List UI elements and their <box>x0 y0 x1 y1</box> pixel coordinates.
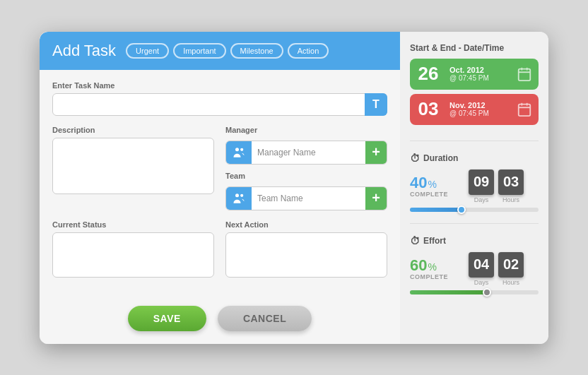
duration-hours-label: Hours <box>502 196 519 203</box>
end-date-info: Nov. 2012 @ 07:45 PM <box>447 101 510 117</box>
duration-percent-sign: % <box>428 179 436 190</box>
effort-progress-track[interactable] <box>410 290 539 294</box>
manager-add-button[interactable]: + <box>365 141 387 165</box>
tag-action[interactable]: Action <box>288 43 329 59</box>
start-month-year: Oct. 2012 <box>449 66 507 74</box>
dialog-header: Add Task Urgent Important Milestone Acti… <box>40 32 400 70</box>
current-status-textarea[interactable] <box>52 232 214 278</box>
duration-percent-block: 40 % COMPLETE <box>410 175 448 198</box>
effort-percent-value: 60 <box>410 258 427 273</box>
task-name-label: Enter Task Name <box>52 81 387 90</box>
team-select-row: Team Team Name + <box>225 172 387 210</box>
current-status-col: Current Status <box>52 220 214 278</box>
status-action-row: Current Status Next Action <box>52 220 387 278</box>
end-date-card[interactable]: 03 Nov. 2012 @ 07:45 PM <box>410 94 539 125</box>
dialog-title: Add Task <box>52 42 116 60</box>
description-textarea[interactable] <box>52 138 214 194</box>
date-section-title: Start & End - Date/Time <box>410 43 539 53</box>
description-column: Description <box>52 126 214 210</box>
tag-milestone[interactable]: Milestone <box>230 43 283 59</box>
tag-urgent[interactable]: Urgent <box>126 43 169 59</box>
duration-flip-digits: 09 Days 03 Hours <box>454 169 539 203</box>
right-panel: Start & End - Date/Time 26 Oct. 2012 @ 0… <box>400 32 548 344</box>
svg-point-0 <box>235 148 239 151</box>
add-task-dialog: Add Task Urgent Important Milestone Acti… <box>40 32 548 344</box>
duration-percent-value: 40 <box>410 175 427 191</box>
effort-flip-digits: 04 Days 02 Hours <box>454 252 539 286</box>
duration-title-text: Duration <box>423 153 458 163</box>
duration-progress-fill <box>410 208 461 212</box>
next-action-col: Next Action <box>225 220 387 278</box>
duration-days-label: Days <box>474 196 489 203</box>
effort-days-group: 04 Days <box>469 252 494 286</box>
duration-hours-display: 03 <box>498 169 524 195</box>
duration-inner: 40 % COMPLETE 09 Days 03 Hours <box>410 169 539 203</box>
effort-section: ⏱ Effort 60 % COMPLETE 04 Days <box>410 235 539 294</box>
duration-days-display: 09 <box>469 169 494 195</box>
task-name-input[interactable] <box>52 93 387 116</box>
effort-hours-group: 02 Hours <box>498 252 524 286</box>
end-time: @ 07:45 PM <box>449 109 507 117</box>
duration-progress-thumb <box>457 206 466 214</box>
description-label: Description <box>52 126 214 134</box>
effort-percent-sign: % <box>428 261 436 273</box>
desc-manager-row: Description Manager <box>52 126 387 210</box>
start-date-info: Oct. 2012 @ 07:45 PM <box>447 66 510 82</box>
start-time: @ 07:45 PM <box>449 74 507 82</box>
effort-clock-icon: ⏱ <box>410 235 420 246</box>
effort-days-display: 04 <box>469 252 494 278</box>
text-format-icon: T <box>365 93 387 116</box>
effort-hours-display: 02 <box>498 252 524 278</box>
left-panel: Add Task Urgent Important Milestone Acti… <box>40 32 400 344</box>
next-action-label: Next Action <box>225 220 387 229</box>
tag-buttons: Urgent Important Milestone Action <box>126 43 329 59</box>
effort-inner: 60 % COMPLETE 04 Days 02 Hours <box>410 252 539 286</box>
divider-1 <box>410 141 539 141</box>
end-calendar-icon <box>510 94 539 125</box>
manager-icon <box>226 141 252 165</box>
footer-buttons: SAVE CANCEL <box>40 300 400 344</box>
effort-percent-block: 60 % COMPLETE <box>410 258 448 280</box>
svg-rect-4 <box>519 69 531 81</box>
duration-days-group: 09 Days <box>469 169 494 203</box>
manager-select-row: Manager Manager Name <box>225 126 387 165</box>
duration-section: ⏱ Duration 40 % COMPLETE 09 Days <box>410 153 539 212</box>
start-date-card[interactable]: 26 Oct. 2012 @ 07:45 PM <box>410 59 539 90</box>
team-select-box[interactable]: Team Name + <box>225 186 387 210</box>
duration-complete-label: COMPLETE <box>410 191 448 198</box>
manager-team-column: Manager Manager Name <box>225 126 387 210</box>
svg-rect-8 <box>519 104 531 116</box>
manager-label: Manager <box>225 126 387 134</box>
start-day: 26 <box>410 63 447 85</box>
form-body: Enter Task Name T Description Manager <box>40 70 400 300</box>
start-calendar-icon <box>510 59 539 90</box>
divider-2 <box>410 223 539 224</box>
svg-point-2 <box>235 194 239 197</box>
svg-point-1 <box>240 148 243 150</box>
effort-section-title: ⏱ Effort <box>410 235 539 246</box>
effort-hours-label: Hours <box>502 279 519 286</box>
task-name-wrapper: T <box>52 93 387 116</box>
end-month-year: Nov. 2012 <box>449 101 507 109</box>
save-button[interactable]: SAVE <box>128 306 206 331</box>
team-add-button[interactable]: + <box>365 186 387 210</box>
duration-progress-track[interactable] <box>410 208 539 212</box>
duration-hours-group: 03 Hours <box>498 169 524 203</box>
current-status-label: Current Status <box>52 220 214 229</box>
duration-clock-icon: ⏱ <box>410 153 420 164</box>
effort-progress-thumb <box>483 288 491 297</box>
date-section-title-text: Start & End - Date/Time <box>410 43 504 53</box>
manager-select-box[interactable]: Manager Name + <box>225 141 387 165</box>
next-action-textarea[interactable] <box>225 232 387 278</box>
end-day: 03 <box>410 98 447 120</box>
team-icon <box>226 186 252 210</box>
cancel-button[interactable]: CANCEL <box>218 306 312 331</box>
effort-progress-fill <box>410 290 487 294</box>
effort-days-label: Days <box>474 279 489 286</box>
effort-complete-label: COMPLETE <box>410 273 448 280</box>
duration-section-title: ⏱ Duration <box>410 153 539 164</box>
effort-title-text: Effort <box>423 236 446 246</box>
tag-important[interactable]: Important <box>173 43 225 59</box>
date-section: Start & End - Date/Time 26 Oct. 2012 @ 0… <box>410 43 539 129</box>
team-label: Team <box>225 172 387 180</box>
